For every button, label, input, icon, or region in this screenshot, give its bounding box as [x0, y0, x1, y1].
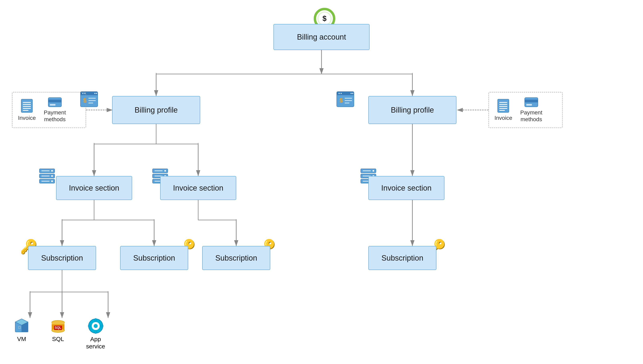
subscription-4-label: Subscription	[381, 254, 423, 262]
vm-resource: □ VM	[14, 318, 30, 342]
subscription-1-node: Subscription	[28, 246, 96, 270]
dashed-box-right: Invoice Paymentmethods	[488, 92, 562, 128]
invoice-label-right: Invoice	[494, 115, 512, 121]
svg-point-84	[51, 175, 53, 177]
billing-profile-left-node: Billing profile	[112, 96, 200, 124]
payment-methods-item-left: Paymentmethods	[44, 97, 66, 122]
billing-profile-left-label: Billing profile	[135, 106, 178, 114]
invoice-section-2-node: Invoice section	[160, 176, 236, 200]
billing-account-label: Billing account	[297, 33, 346, 42]
payment-methods-label-left: Paymentmethods	[44, 109, 66, 122]
app-service-resource: Appservice	[86, 318, 105, 350]
svg-point-85	[51, 180, 53, 182]
billing-profile-icon-right: $	[336, 91, 354, 108]
diagram-container: $ Billing account $ Billing profile	[0, 0, 643, 364]
svg-point-55	[341, 93, 342, 94]
subscription-2-node: Subscription	[120, 246, 188, 270]
invoice-label-left: Invoice	[18, 115, 36, 121]
svg-rect-122	[88, 325, 91, 327]
invoice-section-2-label: Invoice section	[173, 184, 223, 192]
svg-point-56	[351, 93, 352, 94]
svg-rect-123	[100, 325, 103, 327]
billing-profile-right-label: Billing profile	[391, 106, 434, 114]
sql-resource: SQL SQL	[50, 318, 66, 342]
subscription-3-node: Subscription	[202, 246, 270, 270]
invoice-section-icon-1	[39, 168, 55, 185]
svg-point-119	[94, 324, 98, 328]
svg-text:SQL: SQL	[55, 326, 62, 330]
subscription-4-node: Subscription	[368, 246, 436, 270]
svg-text:$: $	[340, 97, 343, 104]
subscription-1-label: Subscription	[41, 254, 83, 262]
svg-rect-114	[52, 322, 65, 324]
svg-point-101	[373, 170, 374, 172]
vm-label: VM	[17, 336, 26, 342]
svg-point-92	[164, 170, 166, 172]
payment-methods-label-right: Paymentmethods	[520, 109, 542, 122]
app-service-label: Appservice	[86, 336, 105, 350]
invoice-section-3-node: Invoice section	[368, 176, 444, 200]
sql-label: SQL	[52, 336, 64, 342]
svg-point-47	[96, 93, 97, 94]
invoice-section-1-node: Invoice section	[56, 176, 132, 200]
svg-point-83	[51, 170, 53, 172]
billing-profile-right-node: Billing profile	[368, 96, 456, 124]
svg-rect-79	[526, 104, 532, 106]
svg-rect-78	[525, 100, 538, 102]
svg-point-46	[94, 93, 96, 94]
subscription-2-label: Subscription	[133, 254, 175, 262]
invoice-item-left: Invoice	[18, 99, 36, 121]
invoice-section-1-label: Invoice section	[69, 184, 119, 192]
svg-rect-121	[95, 330, 97, 334]
invoice-section-3-label: Invoice section	[381, 184, 431, 192]
svg-point-54	[339, 93, 340, 94]
svg-point-57	[352, 93, 353, 94]
invoice-item-right: Invoice	[494, 99, 512, 121]
billing-account-node: Billing account	[273, 24, 370, 50]
dashed-box-left: Invoice Paymentmethods	[12, 92, 86, 128]
svg-rect-120	[95, 318, 97, 322]
payment-methods-item-right: Paymentmethods	[520, 97, 542, 122]
svg-rect-69	[48, 100, 62, 102]
svg-text:$: $	[323, 14, 327, 22]
svg-rect-70	[50, 104, 56, 106]
subscription-3-label: Subscription	[215, 254, 257, 262]
svg-text:□: □	[19, 326, 21, 330]
